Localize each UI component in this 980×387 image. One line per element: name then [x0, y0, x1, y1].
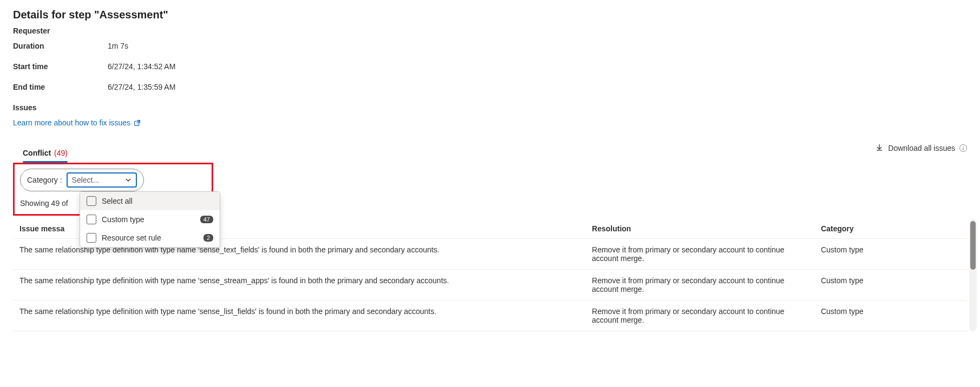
dropdown-option-custom-type[interactable]: Custom type 47	[80, 210, 220, 229]
dropdown-option-label: Resource set rule	[102, 233, 161, 242]
duration-value: 1m 7s	[108, 42, 128, 50]
table-row[interactable]: The same relationship type definition wi…	[13, 301, 967, 331]
cell-resolution: Remove it from primary or secondary acco…	[586, 239, 814, 270]
external-link-icon	[134, 119, 141, 126]
requester-label: Requester	[13, 26, 967, 35]
chevron-down-icon	[125, 177, 131, 183]
start-time-label: Start time	[13, 62, 108, 71]
scrollbar-thumb[interactable]	[970, 221, 976, 270]
page-title: Details for step "Assessment"	[13, 9, 967, 21]
checkbox[interactable]	[87, 196, 96, 206]
download-all-issues-button[interactable]: Download all issues i	[875, 143, 967, 154]
start-time-value: 6/27/24, 1:34:52 AM	[108, 62, 175, 71]
dropdown-option-badge: 47	[200, 216, 213, 223]
table-row[interactable]: The same relationship type definition wi…	[13, 270, 967, 301]
checkbox[interactable]	[87, 233, 96, 243]
dropdown-option-select-all[interactable]: Select all	[80, 192, 220, 210]
category-filter-label: Category :	[27, 176, 62, 184]
col-resolution[interactable]: Resolution	[586, 219, 814, 239]
cell-issue-message: The same relationship type definition wi…	[13, 270, 586, 301]
category-dropdown: Select all Custom type 47 Resource set r…	[80, 191, 220, 248]
category-select[interactable]: Select...	[67, 172, 137, 188]
learn-more-text: Learn more about how to fix issues	[13, 118, 130, 127]
info-icon[interactable]: i	[959, 144, 967, 152]
col-category[interactable]: Category	[814, 219, 967, 239]
download-label: Download all issues	[888, 144, 955, 152]
checkbox[interactable]	[87, 215, 96, 224]
cell-category: Custom type	[814, 301, 967, 331]
dropdown-option-label: Custom type	[102, 215, 144, 224]
category-select-placeholder: Select...	[72, 176, 100, 184]
vertical-scrollbar[interactable]	[969, 219, 977, 331]
learn-more-link[interactable]: Learn more about how to fix issues	[13, 118, 141, 127]
cell-category: Custom type	[814, 270, 967, 301]
cell-resolution: Remove it from primary or secondary acco…	[586, 270, 814, 301]
cell-category: Custom type	[814, 239, 967, 270]
end-time-label: End time	[13, 83, 108, 91]
download-icon	[875, 143, 884, 154]
issues-heading: Issues	[13, 103, 967, 112]
tab-conflict[interactable]: Conflict (49)	[13, 144, 77, 163]
tab-conflict-label: Conflict	[23, 149, 51, 157]
filter-highlight: Category : Select... Showing 49 of Selec…	[13, 163, 213, 216]
cell-resolution: Remove it from primary or secondary acco…	[586, 301, 814, 331]
dropdown-option-label: Select all	[102, 197, 133, 205]
dropdown-option-resource-set-rule[interactable]: Resource set rule 2	[80, 229, 220, 247]
cell-issue-message: The same relationship type definition wi…	[13, 301, 586, 331]
tab-conflict-count: (49)	[54, 149, 68, 157]
end-time-value: 6/27/24, 1:35:59 AM	[108, 83, 175, 91]
category-filter-pill[interactable]: Category : Select...	[20, 169, 144, 191]
duration-label: Duration	[13, 42, 108, 50]
dropdown-option-badge: 2	[203, 234, 213, 242]
